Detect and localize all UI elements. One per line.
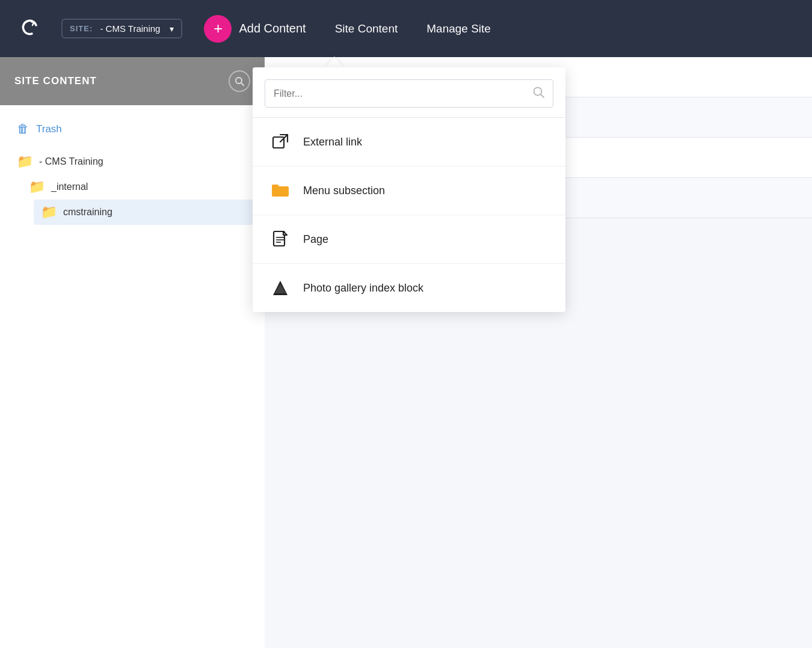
dropdown-item-photo-gallery[interactable]: Photo gallery index block: [253, 264, 565, 312]
manage-site-nav-link[interactable]: Manage Site: [426, 22, 491, 35]
trash-label: Trash: [36, 123, 62, 135]
folder-icon: 📁: [17, 154, 33, 170]
sidebar-content: 🗑 Trash 📁 - CMS Training 📁 _internal 📁 c…: [0, 105, 265, 237]
add-content-button[interactable]: + Add Content: [204, 15, 306, 43]
tree-item-internal[interactable]: 📁 _internal: [22, 174, 255, 200]
gallery-icon: [269, 277, 291, 299]
sidebar: SITE CONTENT 🗑 Trash 📁 - CMS Training 📁 …: [0, 57, 265, 648]
dropdown-item-label: Page: [303, 233, 328, 246]
dropdown-item-label: Photo gallery index block: [303, 282, 423, 295]
tree-item-cmstraining[interactable]: 📁 cmstraining: [34, 200, 255, 225]
top-nav: SITE: - CMS Training ▾ + Add Content Sit…: [0, 0, 812, 57]
plus-icon: +: [204, 15, 232, 43]
site-selector[interactable]: SITE: - CMS Training ▾: [61, 19, 182, 38]
svg-line-2: [241, 83, 244, 85]
page-icon: [269, 228, 291, 250]
folder-icon: 📁: [41, 204, 57, 220]
logo[interactable]: [14, 13, 57, 44]
tree-item-label: cmstraining: [63, 207, 112, 218]
add-content-label: Add Content: [239, 22, 306, 35]
external-link-icon: [269, 131, 291, 153]
svg-line-4: [541, 94, 544, 97]
filter-input-wrap: [265, 79, 553, 108]
site-name: - CMS Training: [100, 23, 160, 34]
sidebar-title: SITE CONTENT: [14, 75, 97, 87]
svg-rect-5: [273, 137, 284, 148]
svg-point-0: [14, 13, 46, 44]
tree-item-label: _internal: [51, 182, 88, 192]
dropdown-item-label: External link: [303, 136, 362, 148]
tree-item-cms-training[interactable]: 📁 - CMS Training: [10, 149, 255, 174]
folder-icon: [269, 180, 291, 201]
trash-icon: 🗑: [17, 122, 29, 136]
sidebar-header: SITE CONTENT: [0, 57, 265, 105]
dropdown-panel: External link Menu subsection: [253, 67, 565, 312]
sidebar-search-icon[interactable]: [229, 70, 250, 92]
site-label: SITE:: [70, 24, 93, 33]
dropdown-item-page[interactable]: Page: [253, 215, 565, 264]
search-icon: [532, 86, 544, 101]
dropdown-item-external-link[interactable]: External link: [253, 118, 565, 167]
dropdown-item-menu-subsection[interactable]: Menu subsection: [253, 167, 565, 215]
dropdown-search-area: [253, 67, 565, 118]
tree-item-label: - CMS Training: [39, 156, 103, 167]
trash-item[interactable]: 🗑 Trash: [10, 117, 255, 141]
top-nav-links: Site Content Manage Site: [335, 22, 491, 35]
site-content-nav-link[interactable]: Site Content: [335, 22, 398, 35]
folder-icon: 📁: [29, 179, 45, 195]
dropdown-item-label: Menu subsection: [303, 185, 385, 197]
chevron-down-icon: ▾: [170, 24, 174, 34]
filter-input[interactable]: [274, 88, 527, 99]
